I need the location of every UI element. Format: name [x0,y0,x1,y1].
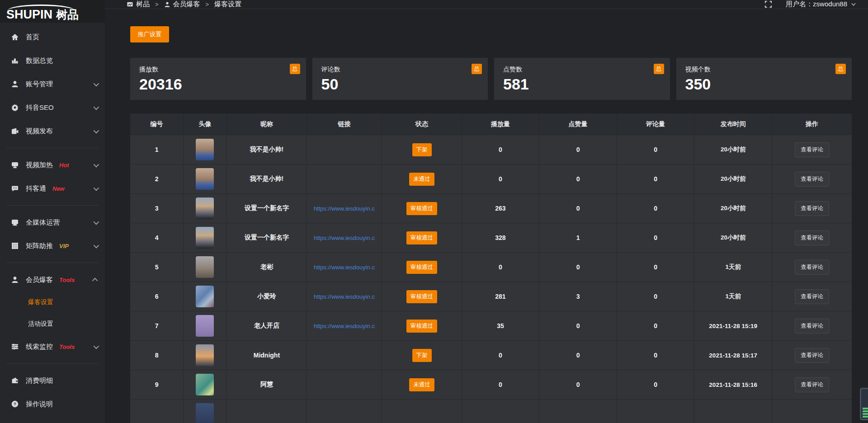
view-comments-button[interactable]: 查看评论 [795,289,829,304]
plays-cell: 281 [462,282,539,311]
brand-icon [127,1,133,8]
comments-cell: 0 [617,253,694,282]
status-cell: 审核通过 [382,282,462,311]
new-tag: New [52,185,65,192]
likes-cell: 3 [539,282,617,311]
status-cell: 审核通过 [382,311,462,340]
sidebar-item-consumption-detail[interactable]: 消费明细 [0,369,105,392]
row-number: 4 [130,223,184,252]
sidebar-item-video-publish[interactable]: 视频发布 [0,119,105,143]
topbar: 树品 > 会员爆客 > 爆客设置 用户名：zswodun [105,0,868,9]
sidebar-item-matrix-boost[interactable]: 矩阵助推 VIP [0,234,105,258]
action-cell [772,400,852,423]
wallet-icon [11,376,19,385]
video-link[interactable]: https://www.iesdouyin.c [314,205,375,212]
sidebar-item-douketong[interactable]: 抖客通 New [0,177,105,200]
sidebar-divider [6,148,99,148]
breadcrumb-item-brand[interactable]: 树品 [127,0,150,9]
video-link[interactable]: https://www.iesdouyin.c [314,264,375,271]
sidebar-item-label: 视频加热 [26,161,53,169]
action-cell: 查看评论 [772,370,852,399]
video-link[interactable]: https://www.iesdouyin.c [314,293,375,300]
avatar-cell [184,194,227,223]
sidebar-item-label: 账号管理 [26,80,53,89]
link-cell: https://www.iesdouyin.c [307,194,382,223]
sidebar-item-home[interactable]: 首页 [0,25,105,49]
table-row: 8 Midnight 下架 0 0 0 2021-11-28 15:17 查看评… [130,340,852,370]
status-badge: 审核通过 [406,320,437,333]
floating-widget[interactable] [860,388,868,420]
grid-icon [11,242,19,250]
status-badge: 下架 [412,143,432,156]
user-icon [11,80,19,88]
user-menu[interactable]: 用户名：zswodun88 [786,0,854,9]
sidebar-item-label: 消费明细 [26,376,53,385]
link-cell [307,164,382,193]
topbar-right: 用户名：zswodun88 [764,0,854,9]
nickname-cell: 小爱玲 [227,282,307,311]
sidebar-item-media-operation[interactable]: 全媒体运营 [0,211,105,234]
publish-time-cell: 2021-11-28 15:19 [694,311,772,340]
sidebar-item-member-baoke[interactable]: 会员爆客 Tools [0,268,105,291]
fullscreen-icon[interactable] [764,0,772,8]
sidebar-item-label: 抖音SEO [26,103,54,112]
video-link[interactable]: https://www.iesdouyin.c [314,235,375,241]
sidebar-item-operation-guide[interactable]: ? 操作说明 [0,392,105,416]
link-cell [307,370,382,399]
sidebar-subitem-activity-settings[interactable]: 活动设置 [0,313,105,335]
promo-settings-button[interactable]: 推广设置 [130,26,169,42]
comments-cell [617,400,694,423]
view-comments-button[interactable]: 查看评论 [795,377,829,392]
gear-icon [11,103,19,112]
breadcrumb-label: 会员爆客 [173,0,200,9]
brand-logo: SHUPIN 树品 [0,0,105,23]
video-link[interactable]: https://www.iesdouyin.c [314,323,375,329]
avatar-cell [184,282,227,311]
status-cell: 审核通过 [382,194,462,223]
view-comments-button[interactable]: 查看评论 [795,142,829,157]
sidebar-item-account-management[interactable]: 账号管理 [0,72,105,96]
sidebar-item-video-heating[interactable]: 视频加热 Hot [0,153,105,177]
status-badge: 审核通过 [406,231,437,244]
comments-cell: 0 [617,223,694,252]
sidebar-item-data-overview[interactable]: 数据总览 [0,49,105,72]
column-header: 播放量 [462,113,539,135]
status-badge: 未通过 [409,173,434,186]
stat-cards: 播放数 20316 总 评论数 50 总 点赞数 581 总 视频个数 350 [130,58,852,100]
sidebar-subitem-baoke-settings[interactable]: 爆客设置 [0,291,105,313]
stat-card-value: 50 [321,76,479,93]
sidebar-subitem-label: 爆客设置 [28,298,53,306]
stat-card-value: 350 [685,76,843,93]
chevron-down-icon [94,80,99,86]
sidebar-divider [6,363,99,364]
status-badge: 审核通过 [406,261,437,274]
breadcrumb-item-member-baoke[interactable]: 会员爆客 [164,0,200,9]
breadcrumb-separator: > [155,1,159,8]
sidebar-item-clue-monitor[interactable]: 线索监控 Tools [0,335,105,358]
tools-tag: Tools [59,277,75,283]
stat-card-likes: 点赞数 581 总 [494,58,670,100]
sidebar-item-label: 矩阵助推 [26,242,53,250]
row-number: 6 [130,282,184,311]
view-comments-button[interactable]: 查看评论 [795,230,829,245]
avatar [196,374,214,395]
view-comments-button[interactable]: 查看评论 [795,348,829,363]
monitor-icon [11,218,19,226]
app-window: SHUPIN 树品 首页 数据总览 账号管理 [0,0,868,423]
column-header: 评论量 [617,113,694,135]
stat-card-label: 视频个数 [685,66,843,74]
comments-cell: 0 [617,282,694,311]
view-comments-button[interactable]: 查看评论 [795,260,829,275]
likes-cell: 0 [539,194,617,223]
avatar-cell [184,164,227,193]
row-number: 2 [130,164,184,193]
view-comments-button[interactable]: 查看评论 [795,201,829,216]
view-comments-button[interactable]: 查看评论 [795,172,829,187]
status-cell: 下架 [382,341,462,370]
view-comments-button[interactable]: 查看评论 [795,319,829,334]
stat-card-value: 581 [503,76,661,93]
avatar-cell [184,223,227,252]
sidebar-item-douyin-seo[interactable]: 抖音SEO [0,96,105,119]
video-icon [11,127,19,135]
nickname-cell: 老彬 [227,253,307,282]
